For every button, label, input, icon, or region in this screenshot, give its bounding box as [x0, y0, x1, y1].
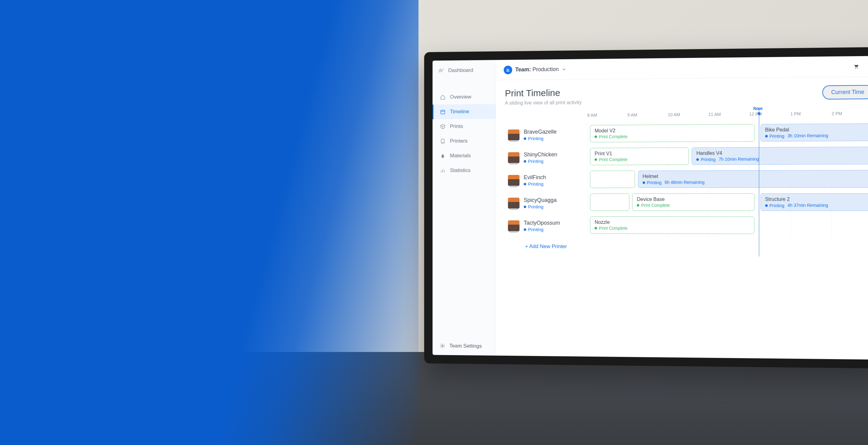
printer-name: EvilFinch — [524, 174, 546, 181]
job-name: Model V2 — [595, 127, 750, 134]
job-status: Print Complete — [595, 157, 684, 162]
sidebar-item-label: Materials — [450, 153, 471, 159]
job-card[interactable]: Helmet Printing6h 48min Remaining — [638, 170, 868, 188]
page-subtitle: A sliding live view of all print activit… — [505, 100, 582, 106]
sidebar-item-label: Prints — [450, 123, 463, 130]
printer-name: SpicyQuagga — [524, 197, 556, 203]
sidebar-item-printers[interactable]: Printers — [432, 134, 495, 149]
hour-label: 2 PM — [832, 111, 868, 122]
job-card[interactable]: Structure 2 Printing4h 37min Remaining — [761, 193, 868, 211]
printer-status: Printing — [524, 181, 546, 187]
job-name: Structure 2 — [765, 196, 868, 202]
job-remaining: 6h 48min Remaining — [664, 180, 705, 184]
gear-icon — [440, 343, 445, 349]
job-status: Printing — [765, 134, 784, 138]
timeline-hours: 8 AM 9 AM 10 AM 11 AM 12 PM 1 PM 2 PM — [587, 111, 868, 123]
blue-overlay — [0, 0, 418, 445]
sidebar-item-label: Overview — [450, 94, 471, 100]
job-name: Device Base — [637, 197, 750, 202]
sidebar-item-team-settings[interactable]: Team Settings — [432, 336, 495, 355]
brand[interactable]: Dashboard — [432, 60, 495, 81]
job-remaining: 4h 37min Remaining — [787, 203, 828, 207]
job-card[interactable]: Print V1 Print Complete — [590, 148, 689, 165]
team-selector[interactable]: Team: Production — [504, 65, 566, 74]
add-printer-button[interactable]: + Add New Printer — [505, 237, 587, 256]
timeline-track: Nozzle Print Complete — [587, 215, 868, 238]
printer-row[interactable]: EvilFinch Printing — [505, 169, 587, 192]
printer-status: Printing — [524, 204, 556, 209]
sidebar-item-overview[interactable]: Overview — [432, 89, 495, 105]
svg-rect-2 — [441, 139, 444, 143]
job-status: Print Complete — [595, 226, 750, 231]
team-name: Production — [533, 66, 559, 72]
sidebar-footer-label: Team Settings — [450, 343, 482, 350]
sidebar: Dashboard Overview Timeline — [432, 60, 496, 355]
team-badge-icon — [504, 65, 512, 74]
page-title: Print Timeline — [505, 87, 582, 99]
job-card[interactable]: Model V2 Print Complete — [590, 124, 754, 142]
printer-row[interactable]: SpicyQuagga Printing — [505, 191, 587, 215]
timeline-track: Model V2 Print Complete Bike Pedal Print… — [587, 122, 868, 146]
monitor-frame: Dashboard Overview Timeline — [424, 47, 868, 368]
job-card[interactable] — [590, 171, 635, 188]
svg-rect-0 — [441, 110, 445, 114]
bar-chart-icon — [440, 168, 446, 174]
printer-column: BraveGazelle Printing ShinyChicken Print… — [505, 113, 587, 350]
job-status: Printing — [765, 203, 784, 208]
brand-label: Dashboard — [448, 67, 473, 74]
printer-row[interactable]: ShinyChicken Printing — [505, 146, 587, 169]
content-area: Print Timeline A sliding live view of al… — [496, 77, 868, 359]
job-remaining: 7h 10min Remaining — [719, 156, 759, 161]
printer-device-icon — [508, 175, 520, 186]
job-card[interactable]: Nozzle Print Complete — [590, 216, 754, 234]
sidebar-item-materials[interactable]: Materials — [432, 148, 495, 163]
hour-label: 10 AM — [668, 112, 708, 123]
job-name: Print V1 — [595, 151, 684, 157]
timeline-scrollbar[interactable] — [587, 357, 868, 360]
topbar: Team: Production — [496, 56, 868, 80]
job-name: Helmet — [643, 173, 868, 179]
job-card[interactable]: Device Base Print Complete — [632, 194, 754, 211]
now-label: Now — [753, 106, 763, 111]
scroll-thumb[interactable] — [593, 357, 607, 360]
job-card[interactable]: Bike Pedal Printing3h 10min Remaining — [761, 123, 868, 141]
screen: Dashboard Overview Timeline — [432, 56, 868, 360]
job-status: Printing — [643, 180, 661, 185]
sidebar-item-prints[interactable]: Prints — [432, 119, 495, 134]
printer-row[interactable]: BraveGazelle Printing — [505, 123, 587, 146]
job-name: Bike Pedal — [765, 126, 868, 132]
main-area: Team: Production Prin — [496, 56, 868, 360]
current-time-button[interactable]: Current Time — [823, 85, 868, 99]
svg-point-8 — [507, 68, 508, 70]
svg-point-10 — [855, 68, 856, 69]
printer-row[interactable]: TactyOpossum Printing — [505, 215, 587, 238]
sidebar-item-label: Statistics — [450, 168, 471, 174]
sidebar-item-statistics[interactable]: Statistics — [432, 163, 495, 178]
brand-logo-icon — [438, 67, 444, 74]
sidebar-item-label: Printers — [450, 138, 468, 144]
timeline-track: Helmet Printing6h 48min Remaining — [587, 168, 868, 191]
job-remaining: 3h 10min Remaining — [787, 133, 828, 138]
job-card[interactable]: Handles V4 Printing7h 10min Remaining — [692, 147, 868, 165]
printer-name: ShinyChicken — [524, 151, 557, 158]
printer-device-icon — [508, 129, 520, 141]
svg-point-9 — [508, 69, 509, 70]
job-name: Nozzle — [595, 219, 750, 226]
sidebar-item-timeline[interactable]: Timeline — [432, 104, 495, 119]
svg-point-11 — [857, 68, 858, 69]
hour-label: 11 AM — [708, 112, 749, 122]
timeline-track: Device Base Print Complete Structure 2 P… — [587, 191, 868, 215]
cart-icon[interactable] — [853, 63, 859, 69]
printer-device-icon — [508, 198, 520, 209]
team-label: Team: — [515, 66, 531, 72]
job-status: Printing — [696, 157, 715, 162]
timeline: BraveGazelle Printing ShinyChicken Print… — [505, 111, 868, 353]
chevron-down-icon — [562, 67, 566, 71]
job-card[interactable] — [590, 194, 629, 211]
printer-device-icon — [508, 152, 520, 164]
timeline-grid[interactable]: 8 AM 9 AM 10 AM 11 AM 12 PM 1 PM 2 PM — [587, 111, 868, 353]
svg-point-7 — [442, 345, 443, 346]
printer-status: Printing — [524, 158, 557, 164]
job-name: Handles V4 — [696, 149, 868, 156]
printer-status: Printing — [524, 136, 556, 141]
